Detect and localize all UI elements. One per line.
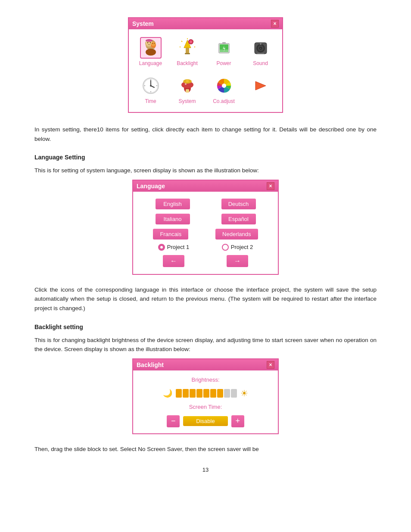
bar-5 [203, 389, 209, 398]
svg-rect-8 [146, 40, 152, 41]
espanol-button[interactable]: Español [221, 214, 256, 224]
english-button[interactable]: English [156, 199, 190, 209]
bar-4 [196, 389, 202, 398]
svg-rect-47 [186, 89, 189, 93]
bar-2 [183, 389, 189, 398]
time-icon [140, 75, 162, 96]
svg-point-10 [151, 42, 156, 46]
screen-time-label: Screen Time: [189, 404, 222, 410]
language-after-desc: Click the icons of the corresponding lan… [34, 285, 377, 313]
bar-1 [176, 389, 182, 398]
svg-point-33 [260, 43, 262, 45]
nederlands-button[interactable]: Nederlands [215, 229, 258, 240]
system-icon-img [177, 75, 198, 96]
backlight-label: Backlight [177, 60, 198, 66]
system-dialog: System × [128, 17, 283, 113]
project-radio-row: Project 1 Project 2 [142, 244, 269, 251]
bar-9 [231, 389, 237, 398]
system-close-button[interactable]: × [271, 20, 279, 28]
language-icon [140, 37, 162, 59]
brightness-label: Brightness: [191, 376, 219, 383]
backlight-body: Brightness: 🌙 [133, 370, 278, 433]
system-icon-power[interactable]: Power [207, 34, 240, 69]
brightness-slider[interactable] [176, 389, 237, 398]
brightness-row: 🌙 ☀ [163, 388, 248, 398]
sun-icon: ☀ [240, 388, 248, 398]
arrow-icon [250, 75, 271, 96]
svg-point-3 [146, 49, 156, 56]
system-description: In system setting, there10 items for set… [34, 125, 377, 143]
svg-point-11 [152, 43, 153, 44]
bar-6 [210, 389, 216, 398]
page-number: 13 [34, 467, 377, 473]
bar-7 [217, 389, 223, 398]
language-body: English Deutsch Italiano Español Francai… [133, 192, 278, 274]
backlight-dialog-title: Backlight [137, 361, 164, 368]
project2-radio[interactable]: Project 2 [222, 244, 253, 251]
bar-3 [190, 389, 196, 398]
svg-rect-15 [185, 53, 190, 54]
svg-rect-14 [186, 48, 189, 53]
francais-button[interactable]: Francais [153, 229, 188, 240]
screen-time-minus-button[interactable]: − [167, 415, 180, 427]
svg-marker-52 [255, 81, 266, 90]
svg-point-39 [150, 85, 152, 87]
language-row-2: Italiano Español [142, 214, 269, 224]
svg-point-51 [222, 84, 226, 88]
system-titlebar: System × [129, 18, 282, 29]
backlight-close-button[interactable]: × [267, 361, 274, 369]
system-icon-arrow[interactable] [244, 72, 277, 107]
bar-8 [224, 389, 230, 398]
deutsch-button[interactable]: Deutsch [221, 199, 256, 209]
svg-line-17 [181, 41, 182, 42]
project2-label: Project 2 [231, 244, 253, 250]
backlight-titlebar: Backlight × [133, 359, 278, 370]
system-icon-coadjust[interactable]: Co.adjust [207, 72, 240, 107]
language-row-1: English Deutsch [142, 199, 269, 209]
svg-point-32 [260, 48, 261, 49]
svg-point-5 [147, 42, 148, 44]
system-icon-grid: Language [134, 34, 277, 107]
system-label: System [178, 98, 196, 104]
language-section-title: Language Setting [34, 154, 377, 161]
language-section: Language Setting This is for setting of … [34, 154, 377, 313]
svg-point-12 [154, 43, 155, 44]
backlight-icon [177, 37, 198, 59]
backlight-section: Backlight setting This is for changing b… [34, 324, 377, 454]
language-label: Language [139, 60, 162, 66]
disable-button[interactable]: Disable [183, 416, 227, 426]
project2-radio-empty [222, 244, 229, 251]
time-label: Time [145, 98, 156, 104]
system-icon-time[interactable]: Time [134, 72, 167, 107]
language-next-button[interactable]: → [227, 255, 248, 267]
system-icon-system[interactable]: System [171, 72, 204, 107]
system-title: System [132, 20, 154, 27]
language-titlebar: Language × [133, 180, 278, 192]
coadjust-icon [213, 75, 235, 96]
sound-icon [250, 37, 271, 59]
language-back-button[interactable]: ← [163, 255, 184, 267]
backlight-section-title: Backlight setting [34, 324, 377, 330]
coadjust-label: Co.adjust [213, 98, 235, 104]
language-desc: This is for setting of system language, … [34, 166, 377, 175]
system-body: Language [129, 29, 282, 112]
language-dialog-title: Language [137, 183, 165, 190]
svg-rect-49 [186, 80, 189, 82]
moon-icon: 🌙 [163, 389, 172, 398]
italiano-button[interactable]: Italiano [156, 214, 190, 224]
backlight-after-desc: Then, drag the slide block to set. Selec… [34, 445, 377, 454]
language-close-button[interactable]: × [267, 182, 274, 190]
svg-rect-24 [222, 42, 226, 44]
project1-label: Project 1 [167, 244, 189, 250]
system-icon-backlight[interactable]: Backlight [171, 34, 204, 69]
screen-time-plus-button[interactable]: + [231, 415, 244, 427]
screen-time-row: − Disable + [167, 415, 244, 427]
system-icon-sound[interactable]: Sound [244, 34, 277, 69]
system-icon-language[interactable]: Language [134, 34, 167, 69]
power-label: Power [216, 60, 231, 66]
project1-radio[interactable]: Project 1 [158, 244, 189, 251]
power-icon [213, 37, 235, 59]
project1-radio-filled [158, 244, 165, 251]
language-dialog: Language × English Deutsch Italiano Espa… [132, 180, 279, 275]
backlight-dialog: Backlight × Brightness: 🌙 [132, 358, 279, 434]
